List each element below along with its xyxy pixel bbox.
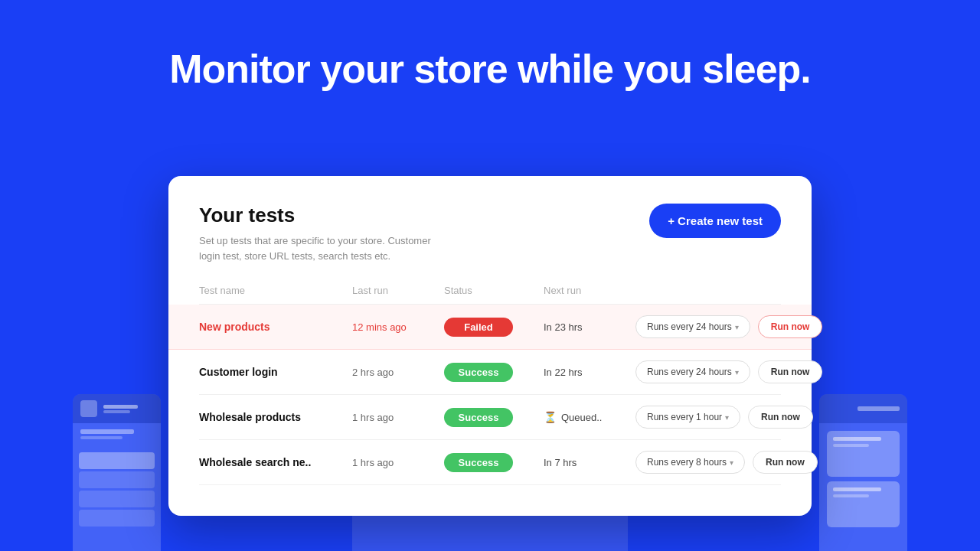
queued-text: Queued.. — [561, 412, 603, 423]
status-badge-success-3: Success — [444, 453, 513, 472]
bg-sidebar — [73, 394, 161, 551]
bg-sidebar-nav — [73, 444, 161, 535]
bg-right-content — [819, 423, 907, 540]
status-badge-success-1: Success — [444, 363, 513, 382]
bg-sidebar-brand-text — [103, 405, 138, 413]
schedule-button-wholesale-search[interactable]: Runs every 8 hours ▾ — [635, 451, 745, 474]
status-cell-wholesale-products: Success — [444, 408, 544, 427]
bg-right-username-line — [858, 406, 900, 411]
chevron-down-icon: ▾ — [725, 413, 729, 422]
header-test-name: Test name — [199, 285, 352, 296]
header-last-run: Last run — [352, 285, 444, 296]
bg-nav-item-4 — [79, 510, 155, 527]
test-name-new-products: New products — [199, 321, 352, 333]
schedule-label-4: Runs every 8 hours — [647, 457, 727, 468]
next-run-new-products: In 23 hrs — [544, 321, 635, 333]
test-name-wholesale-products: Wholesale products — [199, 411, 352, 423]
bg-card-line1 — [833, 437, 881, 441]
bg-nav-item-3 — [79, 491, 155, 507]
bg-sidebar-header — [73, 394, 161, 423]
card-header-text: Your tests Set up tests that are specifi… — [199, 204, 444, 263]
tests-modal-card: Your tests Set up tests that are specifi… — [168, 176, 812, 516]
header-actions — [635, 285, 781, 296]
bg-brand-line2 — [103, 410, 130, 413]
next-run-wholesale-products: ⏳ Queued.. — [544, 411, 635, 423]
last-run-new-products: 12 mins ago — [352, 321, 444, 333]
last-run-customer-login: 2 hrs ago — [352, 367, 444, 378]
schedule-label: Runs every 24 hours — [647, 321, 732, 332]
bg-right-card-2 — [827, 481, 900, 527]
schedule-button-customer-login[interactable]: Runs every 24 hours ▾ — [635, 360, 750, 383]
bg-store-url-line — [80, 436, 122, 439]
row-actions-customer-login: Runs every 24 hours ▾ Run now — [635, 360, 822, 383]
queued-icon: ⏳ — [544, 411, 557, 423]
last-run-wholesale-search: 1 hrs ago — [352, 457, 444, 468]
bg-card2-line1 — [833, 487, 881, 491]
card-subtitle: Set up tests that are specific to your s… — [199, 233, 444, 263]
bg-nav-dashboard — [79, 452, 155, 469]
card-header: Your tests Set up tests that are specifi… — [199, 204, 781, 263]
bg-right-card-1 — [827, 431, 900, 477]
status-cell-new-products: Failed — [444, 318, 544, 337]
schedule-button-wholesale-products[interactable]: Runs every 1 hour ▾ — [635, 406, 740, 429]
status-badge-failed: Failed — [444, 318, 513, 337]
next-run-customer-login: In 22 hrs — [544, 367, 635, 378]
bg-brand-line1 — [103, 405, 138, 409]
header-next-run: Next run — [544, 285, 635, 296]
bg-right-header — [819, 394, 907, 423]
create-new-test-button[interactable]: + Create new test — [649, 204, 781, 238]
table-row: New products 12 mins ago Failed In 23 hr… — [168, 305, 812, 350]
run-now-button-new-products[interactable]: Run now — [758, 315, 823, 338]
status-badge-success-2: Success — [444, 408, 513, 427]
bg-right-panel — [819, 394, 907, 551]
chevron-down-icon: ▾ — [730, 458, 733, 467]
table-row: Customer login 2 hrs ago Success In 22 h… — [199, 350, 781, 395]
bg-store-name-line — [80, 429, 134, 434]
schedule-label-3: Runs every 1 hour — [647, 412, 722, 422]
status-cell-wholesale-search: Success — [444, 453, 544, 472]
row-actions-new-products: Runs every 24 hours ▾ Run now — [635, 315, 822, 338]
tests-table: Test name Last run Status Next run New p… — [199, 285, 781, 485]
header-status: Status — [444, 285, 544, 296]
card-title: Your tests — [199, 204, 444, 227]
test-name-customer-login: Customer login — [199, 366, 352, 378]
table-row: Wholesale products 1 hrs ago Success ⏳ Q… — [199, 395, 781, 440]
bg-card-line2 — [833, 444, 869, 447]
test-name-wholesale-search: Wholesale search ne.. — [199, 456, 352, 468]
run-now-button-wholesale-products[interactable]: Run now — [748, 406, 813, 429]
table-row: Wholesale search ne.. 1 hrs ago Success … — [199, 440, 781, 485]
table-header-row: Test name Last run Status Next run — [199, 285, 781, 305]
bg-card2-line2 — [833, 494, 869, 497]
schedule-label-2: Runs every 24 hours — [647, 367, 732, 377]
schedule-button-new-products[interactable]: Runs every 24 hours ▾ — [635, 315, 750, 338]
bg-sidebar-store — [73, 423, 161, 444]
next-run-wholesale-search: In 7 hrs — [544, 457, 635, 468]
bg-nav-item-2 — [79, 471, 155, 488]
run-now-button-wholesale-search[interactable]: Run now — [753, 451, 818, 474]
row-actions-wholesale-search: Runs every 8 hours ▾ Run now — [635, 451, 818, 474]
status-cell-customer-login: Success — [444, 363, 544, 382]
run-now-button-customer-login[interactable]: Run now — [758, 360, 823, 383]
chevron-down-icon: ▾ — [735, 323, 739, 331]
hero-title: Monitor your store while you sleep. — [169, 46, 811, 92]
bg-sidebar-logo-icon — [80, 400, 97, 417]
last-run-wholesale-products: 1 hrs ago — [352, 412, 444, 423]
chevron-down-icon: ▾ — [735, 368, 739, 377]
row-actions-wholesale-products: Runs every 1 hour ▾ Run now — [635, 406, 813, 429]
